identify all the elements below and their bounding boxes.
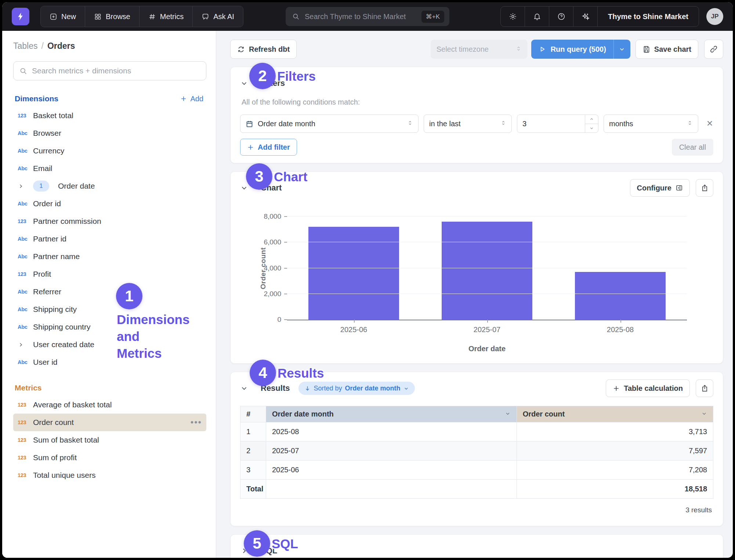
number-type-icon: 123 [18,218,33,224]
save-chart-button[interactable]: Save chart [636,40,698,59]
sidebar-dimension-shipping-city[interactable]: AbcShipping city [13,301,206,318]
results-table-row: 12025-083,713 [240,422,713,441]
sidebar-metric-sum-of-basket-total[interactable]: 123Sum of basket total [13,431,206,449]
breadcrumb-tables-link[interactable]: Tables [13,41,37,51]
export-chart-button[interactable] [696,179,713,197]
sidebar-dimension-user-id[interactable]: AbcUser id [13,353,206,371]
navbar-icon-group: Thyme to Shine Market [500,6,699,27]
sidebar-dimension-profit[interactable]: 123Profit [13,265,206,283]
y-axis-tick [284,319,287,320]
share-link-button[interactable] [704,40,723,59]
filter-value-input[interactable] [517,115,585,132]
nav-item-metrics[interactable]: Metrics [140,6,193,27]
clear-all-filters-button[interactable]: Clear all [672,139,713,156]
filter-value-input-group [517,114,598,133]
sidebar-dimension-order-date[interactable]: 1Order date [13,177,206,195]
collapse-results-button[interactable] [240,384,248,392]
add-dimension-button[interactable]: Add [180,95,203,103]
org-name[interactable]: Thyme to Shine Market [598,7,699,26]
search-icon [19,67,27,75]
expand-sql-button[interactable] [240,547,248,555]
filter-field-select[interactable]: Order date month [240,114,419,133]
sidebar-dimension-partner-commission[interactable]: 123Partner commission [13,212,206,230]
remove-filter-button[interactable]: ✕ [706,119,713,128]
chevron-down-icon [240,79,248,87]
dimensions-list: 123Basket totalAbcBrowserAbcCurrencyAbcE… [13,107,206,371]
sql-card: SQL [230,534,723,558]
chart-bar-2025-06[interactable] [308,227,399,320]
run-query-options-button[interactable] [613,40,630,59]
sidebar-dimension-browser[interactable]: AbcBrowser [13,124,206,142]
global-search-input[interactable]: Search Thyme to Shine Market ⌘+K [286,7,449,26]
lightning-icon [16,12,25,21]
sidebar-metric-sum-of-profit[interactable]: 123Sum of profit [13,449,206,466]
chart-bar-2025-08[interactable] [575,272,666,320]
filter-unit-select[interactable]: months [604,114,698,133]
search-icon [292,13,300,20]
more-options-icon[interactable]: ••• [191,421,202,424]
nav-item-browse[interactable]: Browse [85,6,140,27]
sort-pill[interactable]: Sorted by Order date month [298,382,414,395]
user-avatar[interactable]: JP [706,8,723,25]
sidebar-dimension-email[interactable]: AbcEmail [13,160,206,177]
sidebar-dimension-user-created-date[interactable]: User created date [13,336,206,353]
share-icon [701,184,709,192]
sidebar-dimension-basket-total[interactable]: 123Basket total [13,107,206,124]
order-date-month-cell[interactable]: 2025-06 [266,461,517,480]
expand-chevron-icon[interactable] [18,183,33,189]
nav-item-ask-ai[interactable]: Ask AI [193,6,243,27]
chart-card-header: Chart Configure [240,179,713,197]
order-date-month-cell[interactable]: 2025-07 [266,441,517,461]
refresh-dbt-button[interactable]: Refresh dbt [230,40,297,59]
notifications-button[interactable] [525,7,549,26]
column-header-order-date-month[interactable]: Order date month [266,406,517,422]
configure-chart-button[interactable]: Configure [630,179,690,197]
column-header-index: # [240,406,266,422]
sidebar-metric-order-count[interactable]: 123Order count••• [13,414,206,431]
fields-search-input[interactable]: Search metrics + dimensions [13,61,206,80]
ai-sparkles-button[interactable] [573,7,598,26]
text-type-icon: Abc [18,289,33,295]
run-query-button[interactable]: Run query (500) [531,40,613,59]
export-results-button[interactable] [696,379,713,397]
x-axis-label: Order date [287,345,687,353]
table-calculation-button[interactable]: Table calculation [606,379,690,397]
top-navbar: NewBrowseMetricsAsk AI Search Thyme to S… [2,2,733,31]
add-filter-button[interactable]: Add filter [240,139,297,156]
text-type-icon: Abc [18,359,33,365]
row-index-cell: 2 [240,441,266,461]
order-date-month-cell[interactable]: 2025-08 [266,422,517,441]
collapse-filters-button[interactable] [240,79,248,87]
sidebar-metric-average-of-basket-total[interactable]: 123Average of basket total [13,396,206,414]
order-count-cell[interactable]: 7,597 [517,441,713,461]
column-header-order-count[interactable]: Order count [517,406,713,422]
results-count: 3 results [240,506,712,514]
sidebar-dimension-referrer[interactable]: AbcReferrer [13,283,206,301]
lightdash-logo[interactable] [12,8,29,25]
collapse-chart-button[interactable] [240,184,248,192]
settings-button[interactable] [501,7,525,26]
sidebar-dimension-shipping-country[interactable]: AbcShipping country [13,318,206,336]
calendar-icon [246,120,253,128]
expand-chevron-icon[interactable] [18,342,33,348]
sidebar-dimension-partner-id[interactable]: AbcPartner id [13,230,206,248]
nav-item-new[interactable]: New [41,6,85,27]
sidebar-dimension-partner-name[interactable]: AbcPartner name [13,248,206,265]
sidebar-dimension-order-id[interactable]: AbcOrder id [13,195,206,212]
decrement-button[interactable] [585,124,598,133]
help-button[interactable] [549,7,573,26]
sidebar-metric-total-unique-users[interactable]: 123Total unique users [13,466,206,484]
filter-operator-select[interactable]: in the last [424,114,512,133]
results-card-header: Results Sorted by Order date month Table… [240,379,713,397]
chart-bar-2025-07[interactable] [442,222,532,320]
order-count-cell[interactable]: 3,713 [517,422,713,441]
text-type-icon: Abc [18,148,33,154]
y-axis-tick [284,216,287,217]
gridline [287,216,687,217]
results-total-row: Total 18,518 [240,480,713,499]
increment-button[interactable] [585,115,598,124]
help-icon [557,12,565,21]
order-count-cell[interactable]: 7,208 [517,461,713,480]
timezone-select[interactable]: Select timezone [431,40,528,59]
sidebar-dimension-currency[interactable]: AbcCurrency [13,142,206,160]
